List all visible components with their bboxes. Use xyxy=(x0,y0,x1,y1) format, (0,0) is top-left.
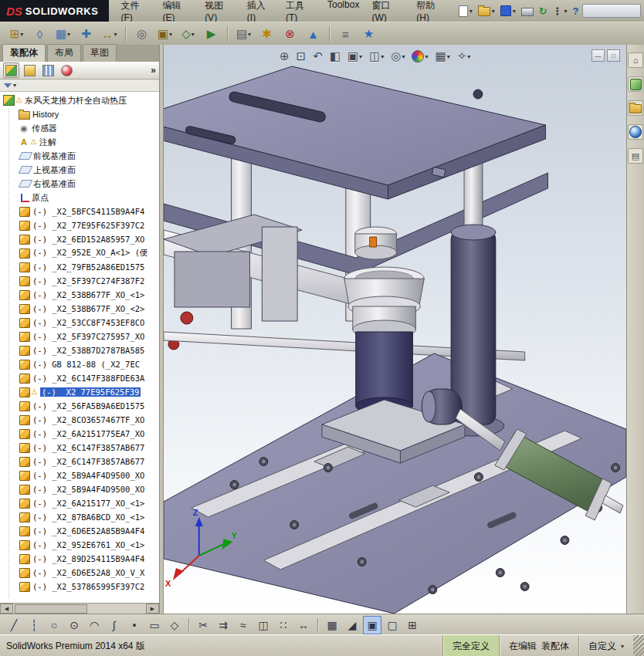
machine-model[interactable]: Z Y X xyxy=(164,66,626,614)
tree-item[interactable]: (-) _X2_6C147F388FDE63A xyxy=(0,371,159,385)
move-component-button[interactable]: ↔▾ xyxy=(99,24,120,44)
edit-appearance-button[interactable]: ▾ xyxy=(412,50,428,63)
tree-item[interactable]: History xyxy=(0,107,159,121)
help-button[interactable]: ? xyxy=(573,5,579,17)
apply-scene-button[interactable]: ▦▾ xyxy=(435,49,449,63)
tree-item[interactable]: (-) _X2_79FB52A86ED1575 xyxy=(0,260,159,274)
tree-item[interactable]: 上视基准面 xyxy=(0,163,159,177)
tree-item[interactable]: ⚠(-) _X2_77E95F625F39 xyxy=(0,385,159,399)
save-document-button[interactable]: ▾ xyxy=(500,5,516,16)
tree-item[interactable]: (-) _X2_538B677F_XO_<1> xyxy=(0,288,159,302)
tree-horizontal-scrollbar[interactable]: ◀ ▶ xyxy=(0,603,159,614)
minimize-document-button[interactable]: — xyxy=(591,49,605,62)
file-explorer-tab-button[interactable] xyxy=(628,100,643,116)
reference-geometry-button[interactable]: ◇▾ xyxy=(178,24,198,44)
tree-item[interactable]: (-) _X2_5BFC54115B9A4F4 xyxy=(0,205,159,218)
smart-fasteners-button[interactable]: ✚ xyxy=(76,24,97,44)
tree-item[interactable]: A⚠注解 xyxy=(0,135,159,149)
tree-item[interactable]: 右视基准面 xyxy=(0,177,159,191)
custom-properties-tab-button[interactable]: ▤ xyxy=(628,148,643,164)
tree-item[interactable]: (-) _X2_5F397C274F387F2 xyxy=(0,274,159,288)
sketch-line-button[interactable]: ╱ xyxy=(5,616,23,634)
panel-overflow-button[interactable]: » xyxy=(151,65,156,76)
tab-layout[interactable]: 布局 xyxy=(47,44,81,62)
view-settings-button[interactable]: ✧▾ xyxy=(457,49,471,63)
tree-item[interactable]: (-) _X2_6C147F3857AB677 xyxy=(0,455,159,468)
drawing-options-button[interactable]: ⊞ xyxy=(403,616,422,634)
tree-item[interactable]: 原点 xyxy=(0,191,159,205)
tree-item[interactable]: (-) _X2_538B677F_XO_<2> xyxy=(0,302,159,316)
scroll-right-button[interactable]: ▶ xyxy=(146,604,159,614)
ellipse-button[interactable]: ⊙ xyxy=(65,616,83,634)
exploded-view-button[interactable]: ✱ xyxy=(256,24,277,44)
tree-item[interactable]: (-) _X2_5B9A4F4D9500_XO xyxy=(0,468,159,482)
displaymanager-tab-button[interactable] xyxy=(59,63,75,78)
new-motion-study-button[interactable]: ▶ xyxy=(201,24,222,44)
point-button[interactable]: • xyxy=(125,616,144,634)
zoom-fit-button[interactable]: ⊕ xyxy=(280,49,290,63)
assembly-features-button[interactable]: ▣▾ xyxy=(154,24,175,44)
design-library-tab-button[interactable] xyxy=(628,76,643,92)
linear-sketch-pattern-button[interactable]: ∷ xyxy=(274,616,293,634)
insert-components-button[interactable]: ⊞▾ xyxy=(6,24,27,44)
smart-dimension-button[interactable]: ↔ xyxy=(294,616,313,634)
status-custom-menu[interactable]: 自定义 ▾ xyxy=(578,635,633,656)
restore-document-button[interactable]: □ xyxy=(607,49,620,62)
tree-item[interactable]: 前视基准面 xyxy=(0,149,159,163)
polygon-button[interactable]: ◇ xyxy=(165,616,184,634)
scroll-left-button[interactable]: ◀ xyxy=(0,604,13,614)
options-menu-button[interactable]: ⋮▾ xyxy=(553,5,568,17)
tab-assembly[interactable]: 装配体 xyxy=(2,44,46,62)
tree-item[interactable]: (-) _X2_6A2151775EA7_XO xyxy=(0,427,159,441)
external-references-button[interactable]: ≡ xyxy=(335,24,356,44)
new-document-button[interactable]: ▾ xyxy=(459,5,473,17)
tree-item[interactable]: (-) _X2_5B9A4F4D9500_XO xyxy=(0,482,159,496)
tree-item[interactable]: (-) _X2_952E6761_XO_<1> xyxy=(0,538,159,552)
tab-sketch[interactable]: 草图 xyxy=(83,44,117,62)
tree-item[interactable]: (-) _X2_89D254115B9A4F4 xyxy=(0,552,159,566)
graphics-area[interactable]: ⊕⊡↶◧▣▾◫▾◎▾▾▦▾✧▾ —□ xyxy=(164,45,626,614)
rebuild-button[interactable]: ↻ xyxy=(539,5,547,17)
tree-item[interactable]: (-) _X2_6ED152A85957_XO xyxy=(0,232,159,246)
grid-snap-button[interactable]: ▦ xyxy=(323,616,341,634)
tree-item[interactable]: (-) _X2_56FA5B9A6ED1575 xyxy=(0,399,159,413)
tree-filter[interactable]: ▾ xyxy=(0,79,159,92)
tree-item[interactable]: (-) _X2_952E_XO_A<1> (便 xyxy=(0,246,159,260)
tree-item[interactable]: (-) _X2_6D6E52A8_XO_V_X xyxy=(0,566,159,580)
arc-button[interactable]: ◠ xyxy=(85,616,103,634)
scrollbar-track[interactable] xyxy=(13,604,146,614)
model-3d-canvas[interactable]: Z Y X xyxy=(164,45,626,614)
centerline-button[interactable]: ┆ xyxy=(25,616,43,634)
tree-item[interactable]: ◉传感器 xyxy=(0,121,159,135)
tree-root-item[interactable]: ⚠ 东风天龙推力杆全自动热压 xyxy=(0,93,159,107)
circle-button[interactable]: ○ xyxy=(45,616,63,634)
featuremanager-tree-tab-button[interactable] xyxy=(3,63,19,78)
trim-entities-button[interactable]: ✂ xyxy=(194,616,212,634)
home-tab-button[interactable]: ⌂ xyxy=(628,52,643,68)
tree-item[interactable]: (-) GB 812-88 (_X2_7EC xyxy=(0,357,159,371)
convert-entities-button[interactable]: ⇉ xyxy=(214,616,232,634)
mirror-entities-button[interactable]: ◫ xyxy=(254,616,273,634)
open-document-button[interactable]: ▾ xyxy=(478,5,495,16)
instant3d-button[interactable]: ▲ xyxy=(303,24,324,44)
tree-item[interactable]: (-) _X2_6A215177_XO_<1> xyxy=(0,496,159,510)
tree-item[interactable]: (-) _X2_6C147F3857AB677 xyxy=(0,441,159,455)
toolbox-library-button[interactable]: ★ xyxy=(358,24,379,44)
tree-item[interactable]: (-) _X2_5F397C275957_XO xyxy=(0,330,159,343)
appearances-tab-button[interactable] xyxy=(628,124,643,140)
hide-show-items-button[interactable]: ◎▾ xyxy=(391,49,405,63)
spline-button[interactable]: ∫ xyxy=(105,616,124,634)
print-document-button[interactable] xyxy=(521,5,534,16)
previous-view-button[interactable]: ↶ xyxy=(313,49,323,63)
interference-detection-button[interactable]: ⊗ xyxy=(280,24,300,44)
offset-entities-button[interactable]: ≈ xyxy=(234,616,253,634)
section-view-button[interactable]: ◧ xyxy=(330,49,341,63)
bill-of-materials-button[interactable]: ▤▾ xyxy=(233,24,254,44)
linear-component-pattern-button[interactable]: ▦▾ xyxy=(53,24,73,44)
tree-item[interactable]: (-) _X2_53CC8F7453EF8CO xyxy=(0,316,159,330)
scrollbar-thumb[interactable] xyxy=(15,604,87,614)
tree-item[interactable]: (-) _X2_77E95F625F397C2 xyxy=(0,218,159,232)
wireframe-view-button[interactable]: ▢ xyxy=(383,616,402,634)
propertymanager-tab-button[interactable] xyxy=(22,63,38,78)
mate-button[interactable]: ◊ xyxy=(29,24,50,44)
